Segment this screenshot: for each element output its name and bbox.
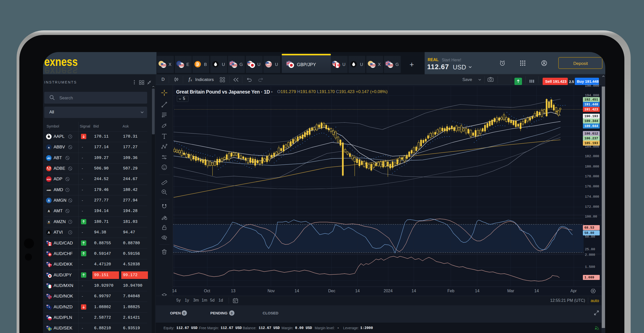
svg-text:A: A <box>48 199 50 202</box>
svg-text:A: A <box>48 231 50 234</box>
svg-text:₿: ₿ <box>196 62 199 66</box>
svg-text:ADP: ADP <box>47 178 51 181</box>
svg-text:abt: abt <box>47 157 51 159</box>
svg-text:A: A <box>48 210 50 213</box>
svg-text:AMD: AMD <box>47 189 51 191</box>
svg-text:a: a <box>48 220 50 223</box>
svg-text:a: a <box>48 146 50 149</box>
svg-text:500: 500 <box>267 63 270 66</box>
